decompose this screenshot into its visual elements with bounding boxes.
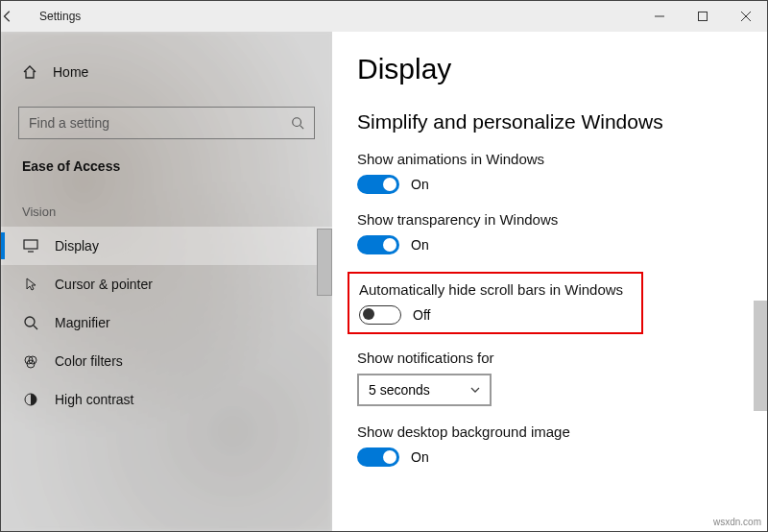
section-heading: Simplify and personalize Windows <box>357 110 742 133</box>
sidebar-item-label: Cursor & pointer <box>55 277 153 292</box>
sidebar-scrollbar-thumb[interactable] <box>317 229 332 296</box>
toggle-state: On <box>411 177 429 192</box>
setting-notifications: Show notifications for 5 seconds <box>357 350 742 406</box>
sidebar-item-display[interactable]: Display <box>1 227 332 265</box>
search-icon <box>291 116 304 130</box>
setting-desktop-bg: Show desktop background image On <box>357 423 742 467</box>
sidebar-item-label: Display <box>55 238 99 254</box>
toggle-autohide-scrollbars[interactable] <box>359 305 401 325</box>
watermark: wsxdn.com <box>713 517 761 527</box>
home-label: Home <box>53 64 88 80</box>
content-scrollbar-thumb[interactable] <box>754 301 767 411</box>
highlight-autohide-scrollbars: Automatically hide scroll bars in Window… <box>348 272 643 334</box>
maximize-icon <box>698 12 708 21</box>
chevron-down-icon <box>470 387 480 393</box>
category-title: Ease of Access <box>1 139 332 185</box>
sidebar-item-label: Magnifier <box>55 315 110 330</box>
toggle-state: Off <box>413 307 430 323</box>
setting-label: Show desktop background image <box>357 423 742 440</box>
content-pane: Display Simplify and personalize Windows… <box>332 32 767 531</box>
sidebar-item-color-filters[interactable]: Color filters <box>1 342 332 380</box>
svg-point-4 <box>293 118 301 127</box>
window-title: Settings <box>39 10 81 23</box>
high-contrast-icon <box>22 392 39 407</box>
home-icon <box>22 64 37 80</box>
sidebar-item-high-contrast[interactable]: High contrast <box>1 380 332 419</box>
svg-rect-1 <box>698 12 707 21</box>
notifications-dropdown[interactable]: 5 seconds <box>357 374 492 406</box>
svg-point-8 <box>25 317 35 326</box>
magnifier-icon <box>22 315 39 330</box>
sidebar-item-label: Color filters <box>55 353 123 369</box>
close-icon <box>741 12 751 21</box>
back-button[interactable] <box>1 10 39 23</box>
display-icon <box>22 239 39 253</box>
sidebar-item-magnifier[interactable]: Magnifier <box>1 303 332 342</box>
setting-animations: Show animations in Windows On <box>357 151 742 194</box>
close-button[interactable] <box>724 1 767 32</box>
svg-rect-6 <box>24 240 37 249</box>
toggle-animations[interactable] <box>357 175 399 194</box>
titlebar: Settings <box>1 1 767 32</box>
search-box[interactable] <box>18 107 315 139</box>
toggle-transparency[interactable] <box>357 235 399 254</box>
arrow-left-icon <box>1 10 14 23</box>
section-label: Vision <box>1 185 332 227</box>
toggle-state: On <box>411 237 429 253</box>
cursor-icon <box>22 277 39 292</box>
setting-label: Show transparency in Windows <box>357 211 742 228</box>
sidebar: Home Ease of Access Vision Display Curso… <box>1 32 332 531</box>
page-title: Display <box>357 53 742 85</box>
minimize-button[interactable] <box>637 1 681 32</box>
setting-label: Automatically hide scroll bars in Window… <box>359 281 632 298</box>
sidebar-item-label: High contrast <box>55 392 133 407</box>
search-input[interactable] <box>29 115 291 131</box>
svg-line-5 <box>300 126 304 130</box>
color-filters-icon <box>22 353 39 369</box>
setting-label: Show animations in Windows <box>357 151 742 167</box>
maximize-button[interactable] <box>681 1 724 32</box>
home-nav[interactable]: Home <box>1 53 332 91</box>
svg-line-9 <box>34 326 37 329</box>
toggle-desktop-bg[interactable] <box>357 447 399 467</box>
toggle-state: On <box>411 449 429 465</box>
minimize-icon <box>655 12 664 21</box>
setting-transparency: Show transparency in Windows On <box>357 211 742 254</box>
setting-label: Show notifications for <box>357 350 742 366</box>
dropdown-value: 5 seconds <box>369 382 430 398</box>
sidebar-item-cursor-pointer[interactable]: Cursor & pointer <box>1 265 332 303</box>
